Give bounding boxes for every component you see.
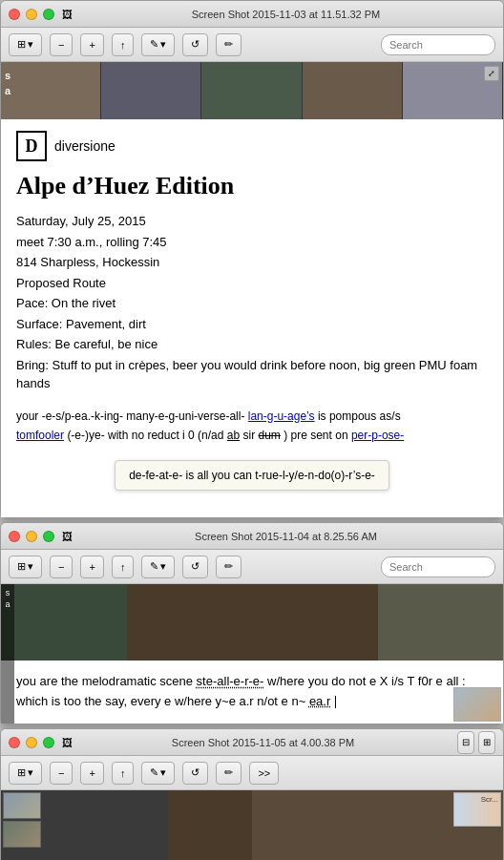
article-content: D diversione Alpe d’Huez Edition Saturda… [1, 119, 503, 517]
article-title: Alpe d’Huez Edition [16, 171, 488, 200]
share-btn-3[interactable]: ↑ [112, 762, 135, 785]
image-strip-3: Scr... [1, 790, 503, 860]
zoom-out-icon: − [58, 39, 64, 51]
window-3: 🖼 Screen Shot 2015-11-05 at 4.00.38 PM ⊟… [0, 728, 504, 860]
hyphened-block: your -e-s/p-ea.-k-ing- many-e-g-uni-vers… [16, 407, 488, 446]
toolbar-3: ⊞ ▾ − + ↑ ✎ ▾ ↺ ✏ >> [1, 756, 503, 790]
maximize-button-1[interactable] [43, 9, 54, 20]
content-wrapper-1: s a ⤢ D diversione Alpe d’Huez Edition S… [1, 62, 503, 517]
zoom-in-btn-2[interactable]: + [80, 556, 103, 578]
zoom-in-btn[interactable]: + [80, 33, 103, 56]
view-toggle-btn-2[interactable]: ⊞ ▾ [9, 556, 42, 578]
img-segment-2 [101, 62, 201, 119]
image-strip-2: s a [1, 584, 503, 661]
ss-img [454, 688, 500, 721]
search-input-1[interactable] [381, 34, 495, 55]
content-wrapper-3: Scr... you are di-sho/ne-st-e- | [1, 790, 503, 860]
article-date: Saturday, July 25, 2015 [16, 212, 488, 231]
annotate-btn-2[interactable]: ✎ ▾ [141, 556, 175, 578]
hyphened-link1[interactable]: lan-g-u-age’s [248, 409, 315, 423]
traffic-lights-3 [9, 737, 54, 748]
hyphened-ab: ab [227, 429, 240, 442]
window-title-2: Screen Shot 2015-11-04 at 8.25.56 AM [76, 531, 495, 542]
article-address: 814 Sharpless, Hockessin [16, 253, 488, 272]
traffic-lights-2 [9, 531, 54, 542]
pen-icon-2: ✎ [150, 560, 158, 573]
forward-btn-3[interactable]: >> [249, 762, 279, 785]
body-text-2: you are the melodramatic scene ste-all-e… [1, 661, 503, 724]
zoom-in-icon-3: + [89, 767, 94, 779]
forward-icon: >> [258, 767, 270, 779]
body-link2[interactable]: ea.r [309, 694, 330, 708]
grid-icon: ⊞ [17, 38, 26, 51]
hyphened-link2[interactable]: tomfooler [16, 429, 64, 442]
image-strip-1: s a ⤢ [1, 62, 503, 119]
logo-row: D diversione [16, 131, 488, 161]
hyphened-line2c: ) pre sent on [284, 429, 347, 442]
img-2c [378, 584, 504, 661]
edit-btn[interactable]: ✏ [216, 33, 242, 56]
titlebar-3: 🖼 Screen Shot 2015-11-05 at 4.00.38 PM ⊟… [1, 729, 503, 756]
annotate-btn[interactable]: ✎ ▾ [141, 33, 175, 56]
undo-icon-3: ↺ [191, 766, 200, 779]
undo-btn[interactable]: ↺ [182, 33, 208, 56]
mini-ss-label: Scr... [481, 795, 498, 804]
article-body: Saturday, July 25, 2015 meet 7:30 a.m., … [16, 212, 488, 393]
window-1: 🖼 Screen Shot 2015-11-03 at 11.51.32 PM … [0, 0, 504, 518]
zoom-out-btn-3[interactable]: − [50, 762, 73, 785]
share-btn[interactable]: ↑ [112, 33, 135, 56]
tooltip-text-1: de-fe-at-e- is all you can t-rue-l-y/e-n… [129, 469, 375, 482]
img-2a [1, 584, 127, 661]
edit-icon-3: ✏ [224, 766, 233, 779]
text-cursor-1 [335, 696, 336, 708]
close-button-1[interactable] [9, 9, 20, 20]
tooltip-container-1: de-fe-at-e- is all you can t-rue-l-y/e-n… [16, 445, 488, 506]
view-toggle-btn[interactable]: ⊞ ▾ [9, 33, 42, 56]
zoom-out-btn-2[interactable]: − [50, 556, 73, 578]
hyphened-line2: (-e-)ye- with no reduct i 0 (n/ad [67, 429, 223, 442]
close-button-3[interactable] [9, 737, 20, 748]
pen-icon-3: ✎ [150, 766, 158, 779]
undo-btn-2[interactable]: ↺ [182, 556, 208, 578]
zoom-in-icon: + [89, 39, 94, 51]
brand-name: diversione [54, 138, 116, 154]
body-link1[interactable]: ste-all-e-r-e- [197, 674, 264, 688]
undo-btn-3[interactable]: ↺ [182, 762, 208, 785]
article-surface: Surface: Pavement, dirt [16, 315, 488, 334]
article-rules: Rules: Be careful, be nice [16, 335, 488, 354]
window-2: 🖼 Screen Shot 2015-11-04 at 8.25.56 AM ⊞… [0, 522, 504, 724]
minimize-button-2[interactable] [26, 531, 37, 542]
view-toggle-btn-3[interactable]: ⊞ ▾ [9, 762, 42, 785]
expand-btn-1[interactable]: ⤢ [484, 66, 499, 81]
hyphened-dum: dum [259, 429, 281, 442]
share-icon-3: ↑ [120, 767, 126, 779]
window-title-3: Screen Shot 2015-11-05 at 4.00.38 PM [76, 737, 450, 748]
hyphened-link3[interactable]: per-p-ose- [351, 429, 404, 442]
thumb-1 [3, 792, 41, 819]
close-button-2[interactable] [9, 531, 20, 542]
zoom-out-icon-3: − [58, 767, 64, 779]
annotate-btn-3[interactable]: ✎ ▾ [141, 762, 175, 785]
share-btn-2[interactable]: ↑ [112, 556, 135, 578]
article-route: Proposed Route [16, 274, 488, 293]
mini-screenshot-3: Scr... [453, 792, 501, 827]
edit-icon: ✏ [224, 38, 233, 51]
edit-btn-3[interactable]: ✏ [216, 762, 242, 785]
maximize-button-3[interactable] [43, 737, 54, 748]
collapse-btn-3[interactable]: ⊟ [457, 731, 474, 754]
maximize-button-2[interactable] [43, 531, 54, 542]
search-input-2[interactable] [381, 556, 495, 577]
titlebar-2: 🖼 Screen Shot 2015-11-04 at 8.25.56 AM [1, 523, 503, 550]
article-pace: Pace: On the rivet [16, 294, 488, 313]
article-meet: meet 7:30 a.m., rolling 7:45 [16, 233, 488, 252]
edit-btn-2[interactable]: ✏ [216, 556, 242, 578]
share-icon-2: ↑ [120, 561, 126, 573]
zoom-out-btn[interactable]: − [50, 33, 73, 56]
minimize-button-3[interactable] [26, 737, 37, 748]
minimize-button-1[interactable] [26, 9, 37, 20]
expand-btn-3[interactable]: ⊞ [478, 731, 495, 754]
zoom-in-btn-3[interactable]: + [80, 762, 103, 785]
article-bring: Bring: Stuff to put in crèpes, beer you … [16, 356, 488, 393]
titlebar-1: 🖼 Screen Shot 2015-11-03 at 11.51.32 PM [1, 1, 503, 28]
tooltip-box-1: de-fe-at-e- is all you can t-rue-l-y/e-n… [115, 460, 389, 491]
